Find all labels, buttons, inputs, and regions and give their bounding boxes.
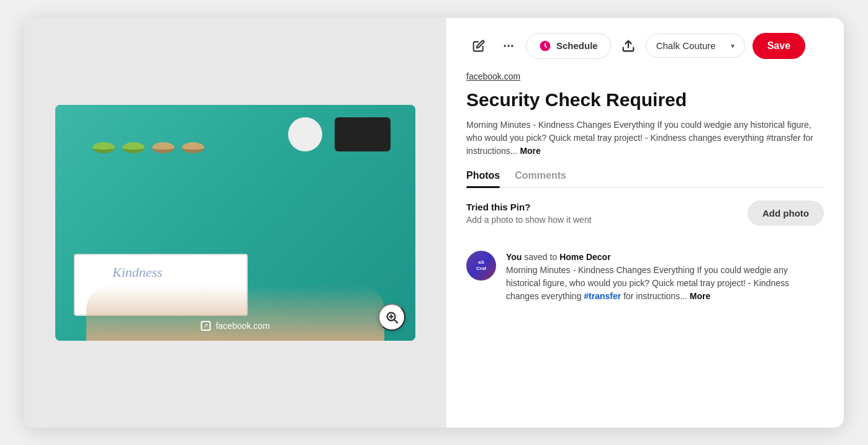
external-link-icon: ↗ <box>201 321 210 331</box>
activity-text: You saved to Home Decor Morning Minutes … <box>506 251 824 303</box>
activity-username: You <box>506 252 522 262</box>
activity-content: You saved to Home Decor Morning Minutes … <box>506 251 824 303</box>
image-tray-text: Kindness <box>112 264 163 281</box>
tried-section: Tried this Pin? Add a photo to show how … <box>466 200 824 226</box>
save-button[interactable]: Save <box>753 33 805 59</box>
svg-point-6 <box>511 45 513 47</box>
tab-comments[interactable]: Comments <box>515 170 566 187</box>
more-options-button[interactable] <box>496 34 521 58</box>
save-label: Save <box>767 40 790 51</box>
activity-desc-end: for instructions... <box>623 291 687 301</box>
image-device-white <box>288 117 322 151</box>
avatar-placeholder: aSCraf <box>466 251 496 281</box>
image-bowl-green2 <box>122 142 145 153</box>
image-bowls <box>93 142 204 153</box>
upload-icon <box>622 39 635 53</box>
description-more-link[interactable]: More <box>520 146 540 156</box>
visual-search-button[interactable] <box>378 303 405 331</box>
visual-search-icon <box>385 310 399 324</box>
tab-photos[interactable]: Photos <box>466 170 500 187</box>
tried-heading: Tried this Pin? <box>466 202 592 212</box>
svg-line-1 <box>394 320 397 323</box>
schedule-button[interactable]: Schedule <box>526 33 611 59</box>
schedule-icon <box>539 40 551 52</box>
svg-point-5 <box>507 45 509 47</box>
image-bowl-tan2 <box>182 142 204 153</box>
activity-more-link[interactable]: More <box>690 291 710 301</box>
modal-container: Kindness ↗ facebook.com <box>24 18 844 428</box>
content-section: Schedule Chalk Couture ▾ Save facebook.c… <box>446 18 844 428</box>
board-selector[interactable]: Chalk Couture ▾ <box>646 34 745 58</box>
image-section: Kindness ↗ facebook.com <box>24 18 446 428</box>
description-text: Morning Minutes - Kindness Changes Every… <box>466 120 813 156</box>
edit-button[interactable] <box>466 34 491 58</box>
transfer-link[interactable]: #transfer <box>584 291 621 301</box>
overlay-link-text: facebook.com <box>215 321 269 331</box>
activity-section: aSCraf You saved to Home Decor Morning M… <box>466 251 824 303</box>
schedule-label: Schedule <box>556 40 598 51</box>
image-device-black <box>335 117 391 151</box>
add-photo-button[interactable]: Add photo <box>748 200 824 226</box>
source-link[interactable]: facebook.com <box>466 71 824 81</box>
image-overlay-link: ↗ facebook.com <box>201 321 269 331</box>
tabs-row: Photos Comments <box>466 170 824 188</box>
pin-image: Kindness ↗ facebook.com <box>55 105 415 341</box>
image-bowl-green <box>93 142 115 153</box>
pin-description: Morning Minutes - Kindness Changes Every… <box>466 119 824 158</box>
upload-button[interactable] <box>616 34 641 58</box>
toolbar: Schedule Chalk Couture ▾ Save <box>466 33 824 59</box>
image-bowl-tan <box>152 142 174 153</box>
image-hands <box>86 285 384 341</box>
svg-point-4 <box>504 45 506 47</box>
tried-subtext: Add a photo to show how it went <box>466 215 592 225</box>
tried-text: Tried this Pin? Add a photo to show how … <box>466 202 592 225</box>
dots-icon <box>502 40 515 52</box>
chevron-down-icon: ▾ <box>731 42 735 50</box>
board-name: Chalk Couture <box>656 40 716 51</box>
activity-board: Home Decor <box>559 252 610 262</box>
pencil-icon <box>472 40 485 52</box>
avatar: aSCraf <box>466 251 496 281</box>
pin-title: Security Check Required <box>466 89 824 111</box>
